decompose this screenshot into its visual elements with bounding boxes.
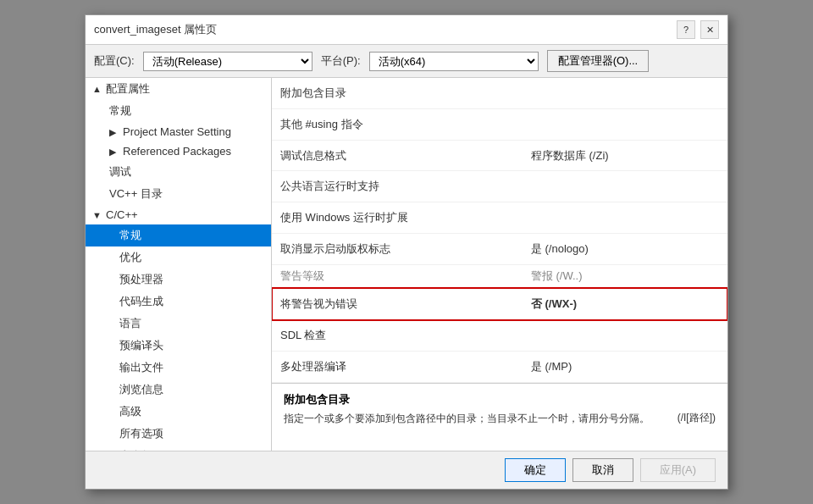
dialog-title: convert_imageset 属性页 bbox=[94, 22, 217, 37]
table-row[interactable]: 其他 #using 指令 bbox=[272, 108, 727, 140]
prop-value: 是 (/nologo) bbox=[523, 234, 727, 265]
config-label: 配置(C): bbox=[94, 53, 135, 69]
prop-value bbox=[523, 202, 727, 234]
help-button[interactable]: ? bbox=[677, 20, 695, 39]
sidebar-item-cmdline[interactable]: 命令行 bbox=[86, 445, 271, 451]
table-row[interactable]: 多处理器编译 是 (/MP) bbox=[272, 352, 727, 383]
sidebar-item-referenced-packages[interactable]: ▶Referenced Packages bbox=[86, 141, 271, 161]
prop-name: 警告等级 bbox=[272, 265, 523, 289]
table-row[interactable]: SDL 检查 bbox=[272, 320, 727, 352]
sidebar-item-project-master[interactable]: ▶Project Master Setting bbox=[86, 122, 271, 141]
table-row[interactable]: 公共语言运行时支持 bbox=[272, 171, 727, 202]
prop-value bbox=[523, 108, 727, 140]
cancel-button[interactable]: 取消 bbox=[572, 458, 633, 482]
sidebar-section-label: 配置属性 bbox=[106, 81, 150, 97]
sidebar-item-general[interactable]: 常规 bbox=[86, 100, 271, 122]
prop-value: 程序数据库 (/Zi) bbox=[523, 140, 727, 171]
prop-value: 是 (/MP) bbox=[523, 352, 727, 383]
prop-name: 将警告视为错误 bbox=[272, 288, 523, 320]
config-manager-button[interactable]: 配置管理器(O)... bbox=[547, 50, 650, 72]
prop-value: 警报 (/W..) bbox=[523, 265, 727, 289]
sidebar-item-preprocessor[interactable]: 预处理器 bbox=[86, 269, 271, 291]
table-row[interactable]: 警告等级 警报 (/W..) bbox=[272, 265, 727, 289]
close-button[interactable]: ✕ bbox=[700, 20, 719, 39]
prop-name: 多处理器编译 bbox=[272, 352, 523, 383]
prop-value: 否 (/WX-) bbox=[523, 288, 727, 320]
prop-name: SDL 检查 bbox=[272, 320, 523, 352]
description-suffix: (/I[路径]) bbox=[678, 411, 716, 425]
sidebar-item-language[interactable]: 语言 bbox=[86, 313, 271, 335]
platform-label: 平台(P): bbox=[321, 53, 361, 69]
prop-name: 调试信息格式 bbox=[272, 140, 523, 171]
table-row[interactable]: 取消显示启动版权标志 是 (/nologo) bbox=[272, 234, 727, 265]
apply-button[interactable]: 应用(A) bbox=[640, 458, 716, 482]
property-table: 附加包含目录 其他 #using 指令 调试信息格式 程序数据库 (/Zi) 公… bbox=[272, 78, 727, 383]
sidebar-item-advanced[interactable]: 高级 bbox=[86, 401, 271, 423]
title-bar-controls: ? ✕ bbox=[677, 20, 719, 39]
table-row[interactable]: 使用 Windows 运行时扩展 bbox=[272, 202, 727, 234]
prop-value bbox=[523, 78, 727, 108]
sidebar-item-codegen[interactable]: 代码生成 bbox=[86, 291, 271, 313]
prop-value bbox=[523, 171, 727, 202]
main-area: ▲ 配置属性 常规 ▶Project Master Setting ▶Refer… bbox=[86, 78, 727, 451]
config-select[interactable]: 活动(Release) bbox=[143, 52, 312, 71]
description-title: 附加包含目录 bbox=[284, 392, 716, 407]
footer: 确定 取消 应用(A) bbox=[86, 451, 727, 489]
expand-icon: ▲ bbox=[92, 84, 102, 94]
sidebar-item-optimize[interactable]: 优化 bbox=[86, 246, 271, 269]
prop-name: 其他 #using 指令 bbox=[272, 108, 523, 140]
table-row[interactable]: 附加包含目录 bbox=[272, 78, 727, 108]
prop-name: 附加包含目录 bbox=[272, 78, 523, 108]
ok-button[interactable]: 确定 bbox=[505, 458, 566, 482]
sidebar-item-browse-info[interactable]: 浏览信息 bbox=[86, 379, 271, 401]
prop-name: 使用 Windows 运行时扩展 bbox=[272, 202, 523, 234]
sidebar: ▲ 配置属性 常规 ▶Project Master Setting ▶Refer… bbox=[86, 78, 272, 451]
prop-value bbox=[523, 320, 727, 352]
properties-dialog: convert_imageset 属性页 ? ✕ 配置(C): 活动(Relea… bbox=[85, 14, 728, 490]
expand-icon-project-master: ▶ bbox=[109, 127, 119, 138]
sidebar-section-config-props[interactable]: ▲ 配置属性 bbox=[86, 78, 271, 100]
prop-name: 公共语言运行时支持 bbox=[272, 171, 523, 202]
sidebar-item-cpp[interactable]: ▼C/C++ bbox=[86, 205, 271, 224]
sidebar-item-pch[interactable]: 预编译头 bbox=[86, 335, 271, 357]
table-row[interactable]: 调试信息格式 程序数据库 (/Zi) bbox=[272, 140, 727, 171]
expand-icon-ref-packages: ▶ bbox=[109, 147, 119, 158]
expand-icon-cpp: ▼ bbox=[92, 210, 102, 220]
toolbar: 配置(C): 活动(Release) 平台(P): 活动(x64) 配置管理器(… bbox=[86, 45, 727, 78]
content-area: 附加包含目录 其他 #using 指令 调试信息格式 程序数据库 (/Zi) 公… bbox=[272, 78, 727, 451]
sidebar-item-cpp-general[interactable]: 常规 bbox=[86, 224, 271, 246]
description-text: 指定一个或多个要添加到包含路径中的目录；当目录不止一个时，请用分号分隔。 bbox=[284, 413, 650, 424]
sidebar-item-debug[interactable]: 调试 bbox=[86, 161, 271, 183]
table-row-highlighted[interactable]: 将警告视为错误 否 (/WX-) bbox=[272, 288, 727, 320]
sidebar-item-output-files[interactable]: 输出文件 bbox=[86, 357, 271, 379]
description-area: 附加包含目录 (/I[路径]) 指定一个或多个要添加到包含路径中的目录；当目录不… bbox=[272, 383, 727, 451]
description-content: (/I[路径]) 指定一个或多个要添加到包含路径中的目录；当目录不止一个时，请用… bbox=[284, 411, 716, 426]
title-bar: convert_imageset 属性页 ? ✕ bbox=[86, 15, 727, 45]
sidebar-item-vc-dirs[interactable]: VC++ 目录 bbox=[86, 183, 271, 205]
platform-select[interactable]: 活动(x64) bbox=[369, 52, 539, 71]
sidebar-item-all-options[interactable]: 所有选项 bbox=[86, 423, 271, 445]
prop-name: 取消显示启动版权标志 bbox=[272, 234, 523, 265]
